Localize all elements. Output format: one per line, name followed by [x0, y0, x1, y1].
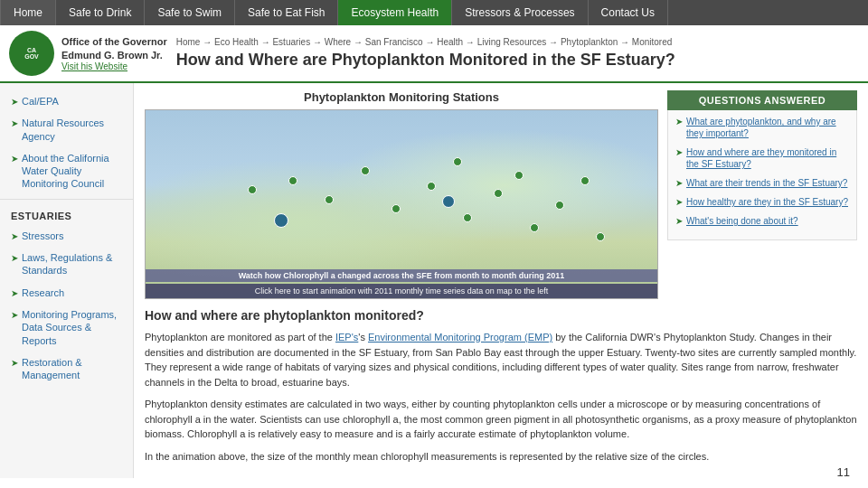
- qa-item-1: ➤ What are phytoplankton, and why are th…: [675, 116, 849, 139]
- map-station-dot: [580, 176, 590, 185]
- article-para-2: Phytoplankton density estimates are calc…: [145, 397, 857, 442]
- nav-contact-us[interactable]: Contact Us: [589, 0, 668, 25]
- map-station-dot: [248, 185, 257, 194]
- qa-item-4: ➤ How healthy are they in the SF Estuary…: [675, 196, 849, 208]
- arrow-icon: ➤: [11, 309, 18, 321]
- qa-link-4[interactable]: How healthy are they in the SF Estuary?: [686, 196, 848, 208]
- governor-seal: CAGOV: [9, 31, 54, 76]
- breadcrumb-area: Home → Eco Health → Estuaries → Where → …: [167, 37, 859, 70]
- content-area: Phytoplankton Monitoring Stations: [134, 83, 868, 478]
- nav-safe-to-drink[interactable]: Safe to Drink: [56, 0, 145, 25]
- nav-ecosystem-health[interactable]: Ecosystem Health: [338, 0, 452, 25]
- map-section: Phytoplankton Monitoring Stations: [145, 90, 658, 299]
- qa-link-5[interactable]: What's being done about it?: [686, 215, 798, 227]
- qa-item-5: ➤ What's being done about it?: [675, 215, 849, 227]
- sidebar-item-monitoring[interactable]: ➤ Monitoring Programs, Data Sources & Re…: [0, 304, 133, 352]
- qa-arrow-icon: ➤: [675, 216, 683, 226]
- map-station-dot: [453, 157, 462, 166]
- sidebar-item-natural-resources[interactable]: ➤ Natural Resources Agency: [0, 112, 133, 147]
- map-animation-link[interactable]: Click here to start animation with 2011 …: [146, 284, 657, 298]
- map-station-dot: [288, 176, 297, 185]
- logo-governor-name: Edmund G. Brown Jr.: [61, 49, 167, 61]
- qa-item-3: ➤ What are their trends in the SF Estuar…: [675, 177, 849, 189]
- sidebar-section-estuaries: ESTUARIES: [0, 203, 133, 225]
- qa-section: QUESTIONS ANSWERED ➤ What are phytoplank…: [667, 90, 857, 299]
- sidebar-item-calepa[interactable]: ➤ Cal/EPA: [0, 90, 133, 112]
- map-station-dot: [427, 182, 436, 191]
- qa-arrow-icon: ➤: [675, 197, 683, 207]
- sidebar-divider: [0, 199, 133, 200]
- nav-safe-to-eat-fish[interactable]: Safe to Eat Fish: [235, 0, 338, 25]
- arrow-icon: ➤: [11, 153, 18, 164]
- top-navigation: Home Safe to Drink Safe to Swim Safe to …: [0, 0, 868, 25]
- arrow-icon: ➤: [11, 287, 18, 299]
- page-number: 11: [837, 465, 850, 478]
- map-station-dot-large: [274, 213, 288, 228]
- iep-link[interactable]: IEP's: [335, 332, 358, 343]
- emp-link[interactable]: Environmental Monitoring Program (EMP): [368, 332, 552, 343]
- sidebar-item-stressors[interactable]: ➤ Stressors: [0, 225, 133, 247]
- main-content: ➤ Cal/EPA ➤ Natural Resources Agency ➤ A…: [0, 83, 868, 478]
- qa-header: QUESTIONS ANSWERED: [667, 90, 857, 110]
- map-station-dot: [596, 232, 605, 241]
- qa-arrow-icon: ➤: [675, 147, 683, 157]
- sidebar-item-water-quality[interactable]: ➤ About the California Water Quality Mon…: [0, 147, 133, 195]
- logo-area: CAGOV Office of the Governor Edmund G. B…: [9, 31, 167, 76]
- sidebar-item-restoration[interactable]: ➤ Restoration & Management: [0, 352, 133, 387]
- sidebar-item-laws-regulations[interactable]: ➤ Laws, Regulations & Standards: [0, 247, 133, 282]
- qa-link-3[interactable]: What are their trends in the SF Estuary?: [686, 177, 847, 189]
- arrow-icon: ➤: [11, 117, 18, 129]
- map-station-dot: [361, 166, 370, 175]
- map-image: Watch how Chlorophyll a changed across t…: [145, 109, 658, 299]
- map-station-dot: [494, 189, 503, 198]
- nav-safe-to-swim[interactable]: Safe to Swim: [145, 0, 235, 25]
- map-station-dot: [392, 204, 401, 213]
- qa-link-1[interactable]: What are phytoplankton, and why are they…: [686, 116, 849, 139]
- qa-link-2[interactable]: How and where are they monitored in the …: [686, 146, 849, 170]
- arrow-icon: ➤: [11, 357, 18, 369]
- qa-arrow-icon: ➤: [675, 178, 683, 188]
- logo-text-block: Office of the Governor Edmund G. Brown J…: [61, 35, 167, 71]
- article-title: How and where are phytoplankton monitore…: [145, 308, 857, 323]
- map-station-dot: [514, 171, 524, 180]
- map-station-dot: [555, 201, 564, 210]
- breadcrumb: Home → Eco Health → Estuaries → Where → …: [176, 37, 859, 47]
- map-animation-label[interactable]: Watch how Chlorophyll a changed across t…: [146, 269, 657, 282]
- arrow-icon: ➤: [11, 230, 18, 242]
- sidebar: ➤ Cal/EPA ➤ Natural Resources Agency ➤ A…: [0, 83, 134, 478]
- map-station-dot: [463, 213, 472, 222]
- nav-stressors-processes[interactable]: Stressors & Processes: [452, 0, 588, 25]
- map-station-dot: [325, 195, 334, 204]
- map-title: Phytoplankton Monitoring Stations: [145, 90, 658, 104]
- arrow-icon: ➤: [11, 96, 18, 108]
- page-title: How and Where are Phytoplankton Monitore…: [176, 51, 859, 70]
- map-station-dot: [530, 223, 539, 232]
- sidebar-item-research[interactable]: ➤ Research: [0, 282, 133, 304]
- nav-home[interactable]: Home: [0, 0, 56, 25]
- arrow-icon: ➤: [11, 252, 18, 264]
- visit-website-link[interactable]: Visit his Website: [61, 61, 167, 71]
- logo-office-label: Office of the Governor: [61, 35, 167, 48]
- article-para-3: In the animation above, the size of the …: [145, 449, 857, 465]
- qa-arrow-icon: ➤: [675, 117, 683, 127]
- map-qa-row: Phytoplankton Monitoring Stations: [145, 90, 857, 299]
- qa-list: ➤ What are phytoplankton, and why are th…: [667, 110, 857, 240]
- qa-item-2: ➤ How and where are they monitored in th…: [675, 146, 849, 170]
- logo-row: CAGOV Office of the Governor Edmund G. B…: [0, 25, 868, 83]
- article-para-1: Phytoplankton are monitored as part of t…: [145, 330, 857, 389]
- map-station-dot-large: [442, 195, 455, 208]
